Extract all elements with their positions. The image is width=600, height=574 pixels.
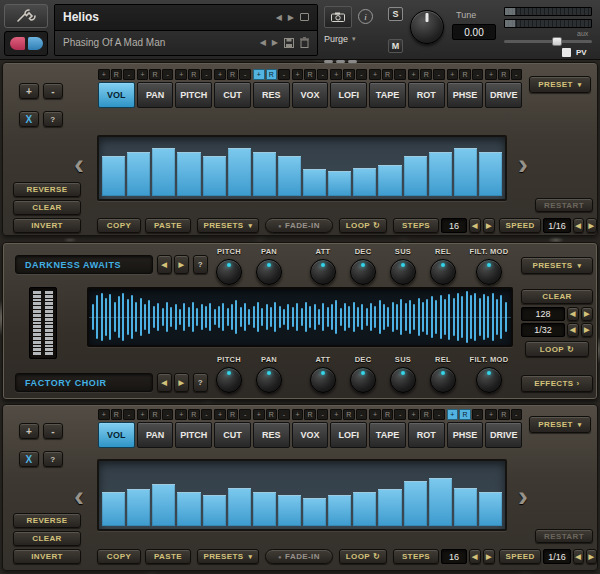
rand-minus-vox[interactable]: - (317, 409, 329, 420)
seq1-steps-button[interactable]: STEPS (393, 218, 439, 233)
save-icon[interactable] (284, 38, 294, 48)
tune-knob[interactable] (410, 10, 444, 44)
rand-plus-phse[interactable]: + (447, 409, 459, 420)
seq1-copy-button[interactable]: COPY (97, 218, 141, 233)
step-bar-9[interactable] (303, 498, 326, 526)
rand-minus-pitch[interactable]: - (201, 409, 213, 420)
tab-cut[interactable]: CUT (214, 82, 251, 108)
seq1-invert-button[interactable]: INVERT (13, 218, 81, 233)
output-slider-track[interactable] (504, 40, 592, 43)
seq2-presets-button[interactable]: PRESETS ▾ (197, 549, 259, 564)
step-bar-3[interactable] (152, 484, 175, 526)
seq1-restart-button[interactable]: RESTART (535, 198, 593, 212)
step-bar-10[interactable] (328, 495, 351, 526)
seq1-speed-decrement-arrow[interactable]: ◀ (573, 218, 584, 233)
seq1-reverse-button[interactable]: REVERSE (13, 182, 81, 197)
rand-plus-pitch[interactable]: + (175, 409, 187, 420)
step-bar-15[interactable] (454, 148, 477, 196)
rand-plus-drive[interactable]: + (485, 409, 497, 420)
seq1-add-step-button[interactable]: + (19, 83, 39, 99)
tab-phse[interactable]: PHSE (447, 82, 484, 108)
step-bar-4[interactable] (177, 152, 200, 196)
rand-r-rot[interactable]: R (420, 69, 432, 80)
seq1-steps-decrement-arrow[interactable]: ◀ (469, 218, 481, 233)
next-snapshot-arrow[interactable]: ▶ (272, 38, 278, 47)
rand-minus-res[interactable]: - (278, 409, 290, 420)
seq1-scroll-right-arrow[interactable]: › (511, 151, 535, 181)
snapshot-camera-button[interactable] (324, 6, 352, 28)
step-bar-8[interactable] (278, 495, 301, 526)
step-bar-10[interactable] (328, 171, 351, 196)
rate-decrement-arrow[interactable]: ◀ (567, 323, 579, 337)
tab-drive[interactable]: DRIVE (485, 422, 522, 448)
tab-phse[interactable]: PHSE (447, 422, 484, 448)
rand-minus-phse[interactable]: - (472, 69, 484, 80)
rand-minus-pan[interactable]: - (162, 69, 174, 80)
step-bar-7[interactable] (253, 152, 276, 196)
step-bar-13[interactable] (404, 156, 427, 196)
tab-res[interactable]: RES (253, 82, 290, 108)
rand-plus-cut[interactable]: + (214, 409, 226, 420)
rand-plus-tape[interactable]: + (369, 409, 381, 420)
seq2-clear-button[interactable]: CLEAR (13, 531, 81, 546)
rand-r-res[interactable]: R (266, 69, 278, 80)
rand-plus-pan[interactable]: + (137, 69, 149, 80)
seq2-step-display[interactable] (97, 459, 507, 531)
seq2-help-button[interactable]: ? (43, 451, 63, 467)
sample-bottom-next-arrow[interactable]: ▶ (174, 373, 189, 392)
rand-minus-tape[interactable]: - (394, 409, 406, 420)
seq2-add-step-button[interactable]: + (19, 423, 39, 439)
rand-minus-vol[interactable]: - (123, 409, 135, 420)
rand-plus-vol[interactable]: + (98, 69, 110, 80)
rand-minus-lofi[interactable]: - (356, 409, 368, 420)
rand-r-pitch[interactable]: R (188, 69, 200, 80)
rand-r-pan[interactable]: R (149, 409, 161, 420)
rand-r-vol[interactable]: R (111, 69, 123, 80)
rand-minus-tape[interactable]: - (394, 69, 406, 80)
knob-pitch[interactable] (216, 367, 242, 393)
step-bar-14[interactable] (429, 478, 452, 526)
rand-r-tape[interactable]: R (382, 69, 394, 80)
rand-r-phse[interactable]: R (459, 69, 471, 80)
seq1-fade-in-toggle[interactable]: ● FADE-IN (265, 218, 333, 233)
tab-tape[interactable]: TAPE (369, 422, 406, 448)
seq1-speed-button[interactable]: SPEED (499, 218, 541, 233)
seq2-restart-button[interactable]: RESTART (535, 529, 593, 543)
step-bar-9[interactable] (303, 169, 326, 196)
length-increment-arrow[interactable]: ▶ (581, 307, 593, 321)
seq2-speed-decrement-arrow[interactable]: ◀ (573, 549, 584, 564)
seq2-remove-step-button[interactable]: - (43, 423, 63, 439)
tab-rot[interactable]: ROT (408, 422, 445, 448)
seq2-paste-button[interactable]: PASTE (145, 549, 191, 564)
rand-plus-tape[interactable]: + (369, 69, 381, 80)
knob-rel[interactable] (430, 259, 456, 285)
knob-dec[interactable] (350, 259, 376, 285)
tab-pitch[interactable]: PITCH (175, 422, 212, 448)
sample-bottom-prev-arrow[interactable]: ◀ (157, 373, 172, 392)
tab-cut[interactable]: CUT (214, 422, 251, 448)
tab-res[interactable]: RES (253, 422, 290, 448)
rand-plus-pan[interactable]: + (137, 409, 149, 420)
step-bar-1[interactable] (102, 492, 125, 526)
seq1-x-button[interactable]: X (19, 111, 39, 127)
seq2-invert-button[interactable]: INVERT (13, 549, 81, 564)
info-button[interactable]: i (358, 9, 373, 24)
length-decrement-arrow[interactable]: ◀ (567, 307, 579, 321)
seq1-presets-button[interactable]: PRESETS ▾ (197, 218, 259, 233)
prev-snapshot-arrow[interactable]: ◀ (260, 38, 266, 47)
tab-lofi[interactable]: LOFI (330, 82, 367, 108)
waveform-display[interactable] (87, 287, 513, 347)
rand-plus-vol[interactable]: + (98, 409, 110, 420)
rand-r-phse[interactable]: R (459, 409, 471, 420)
step-bar-3[interactable] (152, 148, 175, 196)
rand-plus-rot[interactable]: + (408, 409, 420, 420)
seq1-remove-step-button[interactable]: - (43, 83, 63, 99)
knob-filt-mod[interactable] (476, 259, 502, 285)
step-bar-11[interactable] (353, 492, 376, 526)
seq2-fade-in-toggle[interactable]: ● FADE-IN (265, 549, 333, 564)
step-bar-5[interactable] (203, 495, 226, 526)
rand-plus-res[interactable]: + (253, 409, 265, 420)
tab-rot[interactable]: ROT (408, 82, 445, 108)
rand-r-tape[interactable]: R (382, 409, 394, 420)
rand-r-vox[interactable]: R (304, 69, 316, 80)
